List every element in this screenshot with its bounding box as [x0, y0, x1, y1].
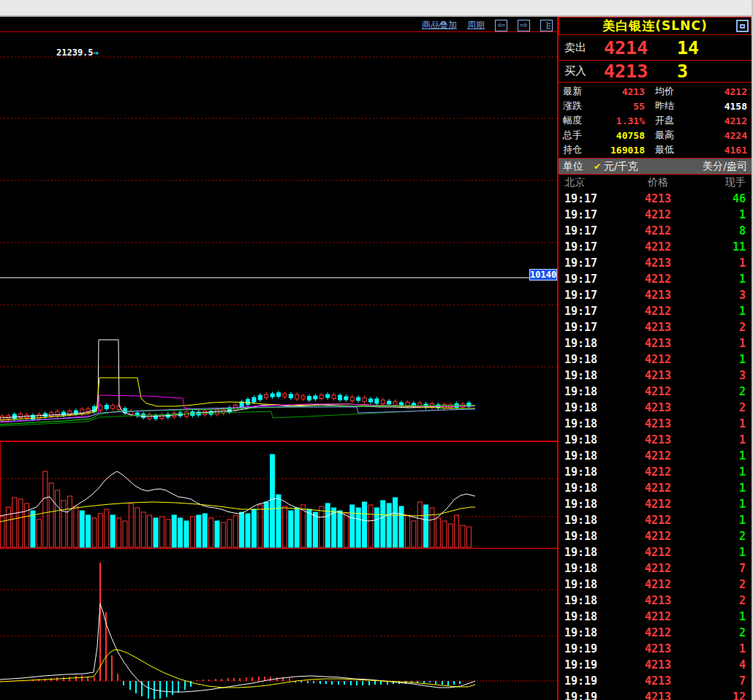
stat-value: 4213	[597, 86, 645, 97]
chart-canvas	[0, 17, 557, 700]
tick-price: 4212	[617, 578, 699, 591]
check-icon[interactable]: ✔	[594, 161, 604, 172]
tick-volume: 1	[699, 498, 752, 511]
tick-volume: 8	[699, 224, 752, 237]
tick-list[interactable]: 19:17 4213 4619:17 4212 119:17 4212 819:…	[559, 191, 752, 700]
tick-price: 4212	[617, 465, 699, 479]
tick-time: 19:18	[559, 369, 617, 382]
tick-volume: 2	[699, 578, 752, 591]
stat-row: 最新 4213 均价 4212	[559, 84, 752, 99]
tick-volume: 11	[699, 240, 752, 254]
tick-volume: 46	[699, 192, 752, 205]
col-volume: 现手	[699, 176, 752, 189]
tick-volume: 2	[699, 321, 752, 334]
bid-price: 4213	[604, 61, 677, 82]
instrument-title: 美白银连(SLNC)	[602, 18, 707, 34]
tick-time: 19:18	[559, 337, 617, 350]
tick-row: 19:17 4213 46	[559, 191, 752, 207]
tick-price: 4213	[617, 256, 699, 270]
tick-row: 19:19 4213 4	[559, 657, 752, 673]
tick-row: 19:18 4213 2	[559, 593, 752, 609]
chart-area[interactable]: 商品叠加 周期 ⇦ ⇨ 21239.5→ 10140	[0, 17, 557, 700]
axis-value-tag: 10140	[529, 269, 557, 281]
tick-price: 4212	[617, 240, 699, 254]
unit-row: 单位 ✔ 元/千克 美分/盎司	[559, 159, 752, 175]
tick-time: 19:18	[559, 498, 617, 511]
tick-row: 19:18 4212 2	[559, 528, 752, 544]
tick-price: 4213	[617, 594, 699, 607]
tick-volume: 1	[699, 256, 752, 270]
unit-label: 单位	[559, 160, 594, 173]
maximize-button[interactable]	[736, 20, 749, 32]
unit-left-option[interactable]: 元/千克	[604, 160, 638, 173]
tick-volume: 3	[699, 289, 752, 302]
tick-row: 19:18 4212 2	[559, 384, 752, 400]
tick-time: 19:17	[559, 289, 617, 302]
tick-row: 19:18 4212 2	[559, 625, 752, 641]
tick-price: 4213	[617, 321, 699, 334]
tick-list-header: 北京 价格 现手	[559, 175, 752, 191]
stat-value: 4224	[683, 130, 752, 141]
ask-qty: 14	[677, 37, 699, 58]
tick-time: 19:19	[559, 674, 617, 688]
bid-qty: 3	[677, 61, 688, 82]
tick-volume: 4	[699, 658, 752, 672]
tick-volume: 7	[699, 562, 752, 575]
tick-price: 4213	[617, 289, 699, 302]
col-time: 北京	[559, 176, 617, 189]
tick-row: 19:17 4212 1	[559, 207, 752, 223]
quote-panel: 美白银连(SLNC) 卖出 4214 14 买入 4213 3 最新 4213 …	[557, 17, 752, 700]
maximize-icon	[740, 24, 745, 28]
tick-row: 19:18 4213 2	[559, 400, 752, 416]
tick-volume: 1	[699, 337, 752, 350]
tick-price: 4213	[617, 642, 699, 655]
stat-label: 最新	[559, 85, 597, 98]
tick-volume: 2	[699, 530, 752, 543]
tick-time: 19:18	[559, 401, 617, 414]
stat-label: 涨跌	[559, 99, 597, 113]
tick-row: 19:18 4212 1	[559, 609, 752, 625]
tick-time: 19:17	[559, 321, 617, 334]
tick-row: 19:17 4212 1	[559, 303, 752, 319]
tick-volume: 1	[699, 514, 752, 527]
tick-row: 19:19 4213 7	[559, 673, 752, 689]
stat-row: 持仓 169018 最低 4161	[559, 142, 752, 157]
tick-volume: 1	[699, 610, 752, 623]
ask-row: 卖出 4214 14	[559, 35, 752, 61]
tick-row: 19:18 4212 1	[559, 464, 752, 480]
tick-volume: 1	[699, 449, 752, 463]
tick-price: 4212	[617, 626, 699, 639]
tick-price: 4213	[617, 658, 699, 672]
tick-row: 19:18 4212 7	[559, 560, 752, 577]
tick-time: 19:18	[559, 546, 617, 559]
tick-volume: 2	[699, 594, 752, 607]
tick-time: 19:18	[559, 594, 617, 607]
tick-row: 19:18 4212 2	[559, 577, 752, 593]
tick-time: 19:18	[559, 626, 617, 639]
tick-row: 19:17 4212 8	[559, 223, 752, 239]
tick-time: 19:17	[559, 192, 617, 205]
stat-value: 1.31%	[597, 115, 645, 126]
tick-row: 19:18 4213 3	[559, 368, 752, 384]
tick-price: 4212	[617, 449, 699, 463]
tick-time: 19:17	[559, 240, 617, 254]
tick-time: 19:17	[559, 273, 617, 286]
ask-price: 4214	[604, 37, 677, 58]
tick-row: 19:17 4213 2	[559, 319, 752, 335]
tick-volume: 1	[699, 273, 752, 286]
tick-time: 19:18	[559, 385, 617, 398]
stat-label: 最低	[645, 143, 683, 156]
tick-price: 4212	[617, 208, 699, 221]
stat-label: 幅度	[559, 114, 597, 127]
tick-row: 19:18 4212 1	[559, 448, 752, 464]
tick-volume: 1	[699, 305, 752, 318]
tick-time: 19:17	[559, 224, 617, 237]
unit-right-option[interactable]: 美分/盎司	[638, 160, 752, 173]
tick-volume: 1	[699, 208, 752, 221]
bid-row: 买入 4213 3	[559, 61, 752, 83]
tick-price: 4212	[617, 610, 699, 623]
tick-time: 19:17	[559, 208, 617, 221]
tick-time: 19:17	[559, 305, 617, 318]
tick-volume: 3	[699, 369, 752, 382]
tick-price: 4212	[617, 498, 699, 511]
